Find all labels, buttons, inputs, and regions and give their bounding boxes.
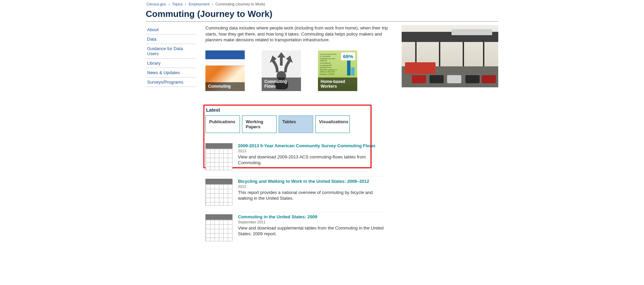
card-home-based-workers[interactable]: 69% Home-based work in computer, enginee… bbox=[318, 50, 357, 91]
item-desc: This report provides a national overview… bbox=[238, 190, 384, 201]
tab-tables[interactable]: Tables bbox=[279, 115, 313, 133]
sidebar-item-library[interactable]: Library bbox=[146, 59, 197, 68]
list-item: Bicycling and Walking to Work in the Uni… bbox=[205, 176, 384, 212]
item-desc: View and download supplemental tables fr… bbox=[238, 225, 384, 237]
card-label: Commuting bbox=[205, 82, 245, 91]
breadcrumb-link[interactable]: Topics bbox=[172, 2, 183, 6]
page-title: Commuting (Journey to Work) bbox=[146, 8, 498, 21]
item-desc: View and download 2009-2013 ACS commutin… bbox=[238, 154, 384, 166]
tab-working-papers[interactable]: Working Papers bbox=[242, 115, 277, 133]
item-title-link[interactable]: Commuting in the United States: 2009 bbox=[238, 214, 384, 219]
topic-cards: Commuting bbox=[205, 50, 388, 91]
sidebar-item-guidance[interactable]: Guidance for Data Users bbox=[146, 44, 197, 59]
item-date: 2013 bbox=[238, 149, 384, 153]
title-divider bbox=[146, 21, 498, 22]
card-commuting[interactable]: Commuting bbox=[205, 50, 245, 91]
sidebar-item-about[interactable]: About bbox=[146, 25, 197, 35]
latest-tabs: Publications Working Papers Tables Visua… bbox=[205, 115, 388, 133]
sidebar-item-news[interactable]: News & Updates bbox=[146, 68, 197, 78]
card-label: Commuting Flows bbox=[262, 78, 301, 91]
table-thumbnail-icon bbox=[205, 214, 233, 241]
breadcrumb: Census.gov › Topics › Employment › Commu… bbox=[146, 2, 498, 8]
bar-icon bbox=[347, 61, 350, 75]
table-thumbnail-icon bbox=[205, 143, 233, 170]
sidebar-item-data[interactable]: Data bbox=[146, 35, 197, 44]
latest-list: 2009-2013 5-Year American Community Surv… bbox=[205, 141, 384, 247]
item-title-link[interactable]: 2009-2013 5-Year American Community Surv… bbox=[238, 143, 384, 148]
breadcrumb-link[interactable]: Census.gov bbox=[146, 2, 166, 6]
sidebar: About Data Guidance for Data Users Libra… bbox=[146, 25, 197, 87]
card-stat: 69% bbox=[341, 52, 355, 60]
tab-publications[interactable]: Publications bbox=[205, 115, 240, 133]
table-thumbnail-icon bbox=[205, 179, 233, 206]
intro-text: Commuting data includes where people wor… bbox=[205, 25, 388, 43]
list-item: Commuting in the United States: 2009 Sep… bbox=[205, 212, 384, 247]
item-title-link[interactable]: Bicycling and Walking to Work in the Uni… bbox=[238, 179, 384, 184]
card-note: Home-based work in computer, engineering… bbox=[320, 53, 338, 75]
latest-title: Latest bbox=[206, 107, 388, 113]
list-item: 2009-2013 5-Year American Community Surv… bbox=[205, 141, 384, 176]
item-date: 2012 bbox=[238, 184, 384, 189]
card-commuting-flows[interactable]: Commuting Flows bbox=[262, 50, 301, 91]
hero-image bbox=[402, 25, 498, 87]
item-date: September 2011 bbox=[238, 220, 384, 224]
card-label: Home-based Workers bbox=[318, 78, 357, 91]
breadcrumb-current: Commuting (Journey to Work) bbox=[216, 2, 265, 6]
breadcrumb-link[interactable]: Employment bbox=[189, 2, 209, 6]
latest-section: Latest Publications Working Papers Table… bbox=[205, 107, 388, 247]
tab-visualizations[interactable]: Visualizations bbox=[315, 115, 350, 133]
sidebar-item-surveys[interactable]: Surveys/Programs bbox=[146, 78, 197, 87]
bar-icon bbox=[351, 67, 355, 75]
